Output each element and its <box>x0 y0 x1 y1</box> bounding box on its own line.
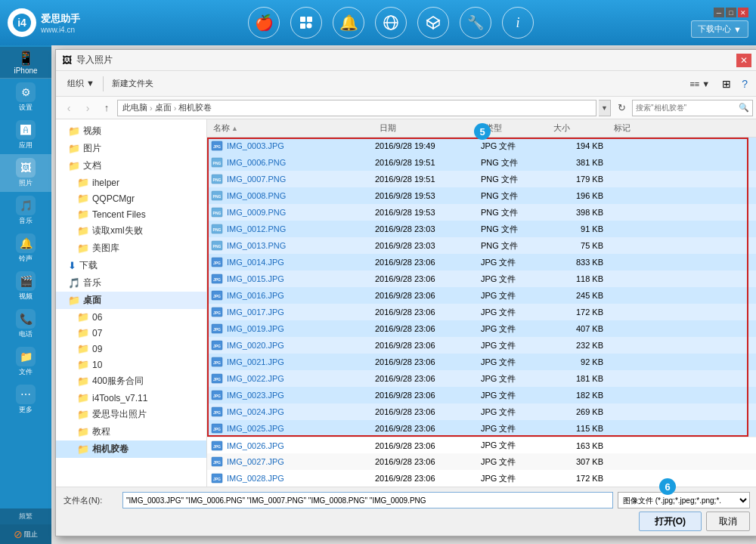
file-list-scroll[interactable]: JPG IMG_0003.JPG 2016/9/28 19:49 JPG 文件 … <box>207 138 756 487</box>
tree-item-tencent[interactable]: 📁 Tencent Files <box>56 206 206 222</box>
tree-item-desktop[interactable]: 📁 桌面 <box>56 292 206 309</box>
svg-text:JPG: JPG <box>213 477 221 481</box>
nav-info[interactable]: i <box>502 7 534 39</box>
new-folder-btn[interactable]: 新建文件夹 <box>107 76 159 91</box>
file-row[interactable]: JPG IMG_0021.JPG 2016/9/28 23:06 JPG 文件 … <box>207 354 756 370</box>
file-row[interactable]: PNG IMG_0008.PNG 2016/9/28 19:53 PNG 文件 … <box>207 187 756 204</box>
tree-item-meitulibrary[interactable]: 📁 美图库 <box>56 240 206 257</box>
search-icon: 🔍 <box>739 103 749 113</box>
file-row[interactable]: JPG IMG_0016.JPG 2016/9/28 23:06 JPG 文件 … <box>207 287 756 304</box>
win-close[interactable]: ✕ <box>738 8 748 17</box>
file-row[interactable]: JPG IMG_0020.JPG 2016/9/28 23:06 JPG 文件 … <box>207 337 756 354</box>
file-row[interactable]: JPG IMG_0019.JPG 2016/9/28 23:06 JPG 文件 … <box>207 320 756 337</box>
sidebar-item-more[interactable]: ⋯ 更多 <box>0 381 51 419</box>
nav-network[interactable] <box>375 7 407 39</box>
filename-input[interactable] <box>122 492 613 508</box>
tree-item-documents[interactable]: 📁 文档 <box>56 157 206 175</box>
tree-item-tutorial[interactable]: 📁 教程 <box>56 423 206 440</box>
sidebar-device-iphone[interactable]: 📱 iPhone <box>0 47 51 79</box>
tree-item-07[interactable]: 📁 07 <box>56 325 206 341</box>
tree-item-qqpcmgr[interactable]: 📁 QQPCMgr <box>56 190 206 206</box>
svg-marker-11 <box>427 20 433 29</box>
col-date-header[interactable]: 日期 <box>376 122 482 134</box>
nav-apple[interactable]: 🍎 <box>248 7 280 39</box>
svg-rect-4 <box>300 23 305 29</box>
tree-item-music[interactable]: 🎵 音乐 <box>56 274 206 292</box>
tree-item-pictures[interactable]: 📁 图片 <box>56 140 206 157</box>
sidebar-item-music[interactable]: 🎵 音乐 <box>0 192 51 230</box>
sidebar-item-apps[interactable]: 🅰 应用 <box>0 116 51 154</box>
step-badge-6: 6 <box>659 478 676 495</box>
addr-dropdown-btn[interactable]: ▼ <box>599 100 611 116</box>
sidebar-item-contacts[interactable]: 📞 电话 <box>0 305 51 343</box>
download-btn[interactable]: 下载中心 ▼ <box>691 20 748 38</box>
search-box[interactable]: 🔍 <box>632 100 753 116</box>
file-row[interactable]: JPG IMG_0017.JPG 2016/9/28 23:06 JPG 文件 … <box>207 304 756 320</box>
sidebar-item-files[interactable]: 📁 文件 <box>0 343 51 381</box>
win-minimize[interactable]: ─ <box>714 8 724 17</box>
file-row[interactable]: PNG IMG_0006.PNG 2016/9/28 19:51 PNG 文件 … <box>207 154 756 171</box>
file-row[interactable]: PNG IMG_0013.PNG 2016/9/28 23:03 PNG 文件 … <box>207 237 756 254</box>
filetype-select[interactable]: 图像文件 (*.jpg;*.jpeg;*.png;*. <box>618 492 750 508</box>
nav-tools[interactable]: 🔧 <box>460 7 491 39</box>
file-row[interactable]: PNG IMG_0012.PNG 2016/9/28 23:03 PNG 文件 … <box>207 221 756 237</box>
col-size-header[interactable]: 大小 <box>550 122 611 134</box>
file-row[interactable]: JPG IMG_0025.JPG 2016/9/28 23:06 JPG 文件 … <box>207 420 756 437</box>
svg-text:JPG: JPG <box>213 344 221 348</box>
addr-forward[interactable]: › <box>79 100 96 116</box>
search-input[interactable] <box>636 104 736 112</box>
tree-item-ihelper[interactable]: 📁 ihelper <box>56 175 206 190</box>
dialog-bottom: 6 文件名(N): 图像文件 (*.jpg;*.jpeg;*.png;*. 打开… <box>56 487 756 536</box>
file-row[interactable]: JPG IMG_0003.JPG 2016/9/28 19:49 JPG 文件 … <box>207 138 756 154</box>
col-type-header[interactable]: 类型 <box>482 122 550 134</box>
col-name-header[interactable]: 名称 ▲ <box>210 122 376 134</box>
sidebar-item-photos[interactable]: 🖼 照片 <box>0 154 51 192</box>
sidebar-item-video[interactable]: 🎬 视频 <box>0 267 51 305</box>
tree-item-export-photos[interactable]: 📁 爱思导出照片 <box>56 406 206 423</box>
cancel-btn[interactable]: 取消 <box>706 512 750 531</box>
sidebar: 📱 iPhone ⚙ 设置 🅰 应用 🖼 照片 🎵 音乐 🔔 铃声 <box>0 45 51 544</box>
svg-text:PNG: PNG <box>213 227 222 232</box>
svg-text:PNG: PNG <box>213 161 222 165</box>
file-row[interactable]: JPG IMG_0014.JPG 2016/9/28 23:06 JPG 文件 … <box>207 254 756 270</box>
tree-item-video[interactable]: 📁 视频 <box>56 122 206 140</box>
nav-appstore[interactable] <box>290 7 322 39</box>
svg-text:JPG: JPG <box>213 427 221 431</box>
tree-item-09[interactable]: 📁 09 <box>56 341 206 357</box>
file-row[interactable]: JPG IMG_0023.JPG 2016/9/28 23:06 JPG 文件 … <box>207 387 756 403</box>
file-row[interactable]: JPG IMG_0024.JPG 2016/9/28 23:06 JPG 文件 … <box>207 403 756 420</box>
file-row[interactable]: PNG IMG_0009.PNG 2016/9/28 19:53 PNG 文件 … <box>207 204 756 221</box>
tree-item-10[interactable]: 📁 10 <box>56 357 206 372</box>
file-row[interactable]: JPG IMG_0027.JPG 2016/9/28 23:06 JPG 文件 … <box>207 453 756 470</box>
tree-item-download[interactable]: ⬇ 下载 <box>56 257 206 274</box>
nav-bell[interactable]: 🔔 <box>333 7 364 39</box>
file-row[interactable]: JPG IMG_0015.JPG 2016/9/28 23:06 JPG 文件 … <box>207 270 756 287</box>
preview-btn[interactable]: ⊞ <box>718 76 735 92</box>
tree-item-06[interactable]: 📁 06 <box>56 309 206 325</box>
svg-text:PNG: PNG <box>213 194 222 199</box>
file-row[interactable]: JPG IMG_0022.JPG 2016/9/28 23:06 JPG 文件 … <box>207 370 756 387</box>
help-btn[interactable]: ? <box>738 76 751 92</box>
tree-item-i4tools[interactable]: 📁 i4Tools_v7.11 <box>56 390 206 406</box>
svg-rect-3 <box>307 17 312 22</box>
organize-btn[interactable]: 组织 ▼ <box>62 76 100 91</box>
dialog-close-btn[interactable]: ✕ <box>736 54 751 67</box>
sidebar-stop[interactable]: ⊘ 阻止 <box>0 524 51 544</box>
win-maximize[interactable]: □ <box>726 8 736 17</box>
import-dialog: 🖼 导入照片 ✕ 组织 ▼ 新建文件夹 ≡≡ ▼ ⊞ ? ‹ <box>55 49 756 536</box>
file-row[interactable]: PNG IMG_0007.PNG 2016/9/28 19:51 PNG 文件 … <box>207 171 756 187</box>
addr-back[interactable]: ‹ <box>60 100 77 116</box>
open-btn[interactable]: 打开(O) <box>639 512 702 531</box>
tree-item-camera-roll[interactable]: 📁 相机胶卷 <box>56 440 206 458</box>
addr-up[interactable]: ↑ <box>98 100 115 116</box>
addr-refresh[interactable]: ↻ <box>613 100 630 116</box>
view-btn[interactable]: ≡≡ ▼ <box>684 77 715 91</box>
tree-item-400[interactable]: 📁 400服务合同 <box>56 372 206 390</box>
file-row[interactable]: JPG IMG_0026.JPG 2016/9/28 23:06 JPG 文件 … <box>207 437 756 453</box>
tree-item-readxml[interactable]: 📁 读取xml失败 <box>56 222 206 240</box>
svg-text:PNG: PNG <box>213 178 222 182</box>
sidebar-item-ringtone[interactable]: 🔔 铃声 <box>0 230 51 267</box>
sidebar-item-settings[interactable]: ⚙ 设置 <box>0 79 51 116</box>
dialog-title-bar: 🖼 导入照片 ✕ <box>56 50 756 71</box>
nav-dropbox[interactable] <box>417 7 449 39</box>
